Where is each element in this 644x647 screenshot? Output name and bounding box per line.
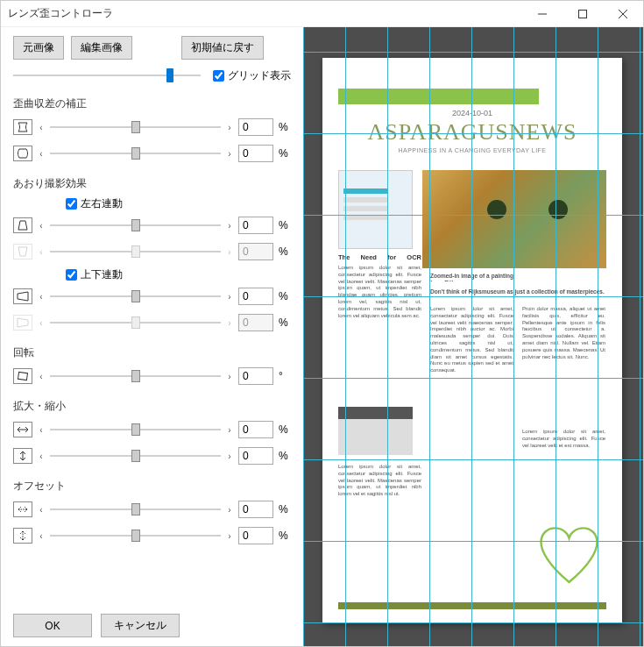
trapezoid-v-icon bbox=[13, 217, 32, 233]
edited-image-button[interactable]: 編集画像 bbox=[71, 36, 132, 60]
value-input[interactable] bbox=[238, 288, 273, 305]
preview-panel: 2024-10-01 ASPARAGUSNEWS HAPPINESS IN A … bbox=[303, 27, 643, 646]
value-input[interactable] bbox=[238, 447, 273, 465]
preview-zoom-slider[interactable] bbox=[13, 67, 201, 84]
value-input[interactable] bbox=[238, 367, 273, 385]
preview-document: 2024-10-01 ASPARAGUSNEWS HAPPINESS IN A … bbox=[322, 58, 622, 623]
offset-h-row: ‹ › % bbox=[13, 499, 291, 520]
slider[interactable] bbox=[50, 119, 221, 135]
grid-display-checkbox[interactable]: グリッド表示 bbox=[213, 68, 291, 83]
svg-rect-1 bbox=[579, 10, 587, 18]
increase-button[interactable]: › bbox=[226, 123, 233, 132]
doc-portrait-image bbox=[422, 170, 606, 268]
ud-link-checkbox[interactable]: 上下連動 bbox=[66, 267, 291, 282]
increase-button[interactable]: › bbox=[226, 531, 233, 541]
slider[interactable] bbox=[50, 501, 221, 517]
offset-v-row: ‹ › % bbox=[13, 525, 291, 546]
increase-button[interactable]: › bbox=[226, 292, 233, 302]
window: レンズ歪コントローラ 元画像 編集画像 初期値に戻す グリッド表示 bbox=[0, 0, 644, 647]
decrease-button[interactable]: ‹ bbox=[38, 451, 45, 461]
value-input[interactable] bbox=[238, 145, 273, 162]
decrease-button[interactable]: ‹ bbox=[38, 123, 45, 132]
decrease-button[interactable]: ‹ bbox=[38, 505, 45, 515]
trapezoid-h2-icon bbox=[13, 315, 32, 331]
window-title: レンズ歪コントローラ bbox=[8, 6, 522, 21]
value-input bbox=[238, 314, 273, 331]
unit-label: ° bbox=[279, 370, 291, 382]
unit-label: % bbox=[279, 121, 291, 133]
barrel-out-icon bbox=[13, 146, 32, 161]
value-input[interactable] bbox=[238, 527, 273, 544]
unit-label: % bbox=[279, 423, 291, 436]
tilt-row-1: ‹ › % bbox=[13, 215, 291, 236]
decrease-button: ‹ bbox=[38, 247, 45, 257]
slider[interactable] bbox=[50, 528, 221, 544]
slider bbox=[50, 315, 221, 331]
controls-panel: 元画像 編集画像 初期値に戻す グリッド表示 歪曲収差の補正 ‹ bbox=[1, 27, 303, 646]
titlebar: レンズ歪コントローラ bbox=[1, 1, 643, 27]
doc-date: 2024-10-01 bbox=[338, 109, 606, 117]
increase-button[interactable]: › bbox=[226, 425, 233, 435]
trapezoid-h-icon bbox=[13, 288, 32, 304]
decrease-button[interactable]: ‹ bbox=[38, 149, 45, 159]
cancel-button[interactable]: キャンセル bbox=[101, 614, 180, 637]
tilt-label: あおり撮影効果 bbox=[13, 176, 291, 191]
barrel-in-icon bbox=[13, 119, 32, 135]
increase-button[interactable]: › bbox=[226, 505, 233, 515]
scale-h-icon bbox=[13, 422, 32, 437]
doc-col-1: Lorem ipsum dolor sit amet, consectetur … bbox=[338, 265, 421, 401]
original-image-button[interactable]: 元画像 bbox=[13, 36, 64, 60]
decrease-button[interactable]: ‹ bbox=[38, 425, 45, 435]
increase-button[interactable]: › bbox=[226, 221, 233, 231]
tilt-row-3: ‹ › % bbox=[13, 286, 291, 307]
doc-screenshot-image bbox=[338, 170, 413, 249]
scale-v-row: ‹ › % bbox=[13, 445, 291, 466]
tilt-row-2: ‹ › % bbox=[13, 241, 291, 262]
unit-label: % bbox=[279, 530, 291, 542]
doc-col-1b: Lorem ipsum dolor sit amet, consectetur … bbox=[338, 464, 421, 587]
value-input[interactable] bbox=[238, 501, 273, 518]
value-input[interactable] bbox=[238, 217, 273, 234]
doc-title: ASPARAGUSNEWS bbox=[338, 119, 606, 146]
doc-banner-bottom bbox=[338, 602, 606, 609]
offset-v-icon bbox=[13, 528, 32, 544]
decrease-button[interactable]: ‹ bbox=[38, 372, 45, 381]
value-input[interactable] bbox=[238, 118, 273, 136]
slider[interactable] bbox=[50, 217, 221, 233]
scale-v-icon bbox=[13, 448, 32, 464]
unit-label: % bbox=[279, 316, 291, 329]
decrease-button[interactable]: ‹ bbox=[38, 531, 45, 541]
decrease-button[interactable]: ‹ bbox=[38, 221, 45, 231]
slider[interactable] bbox=[50, 288, 221, 304]
reset-defaults-button[interactable]: 初期値に戻す bbox=[181, 36, 264, 60]
slider[interactable] bbox=[50, 448, 221, 464]
unit-label: % bbox=[279, 290, 291, 302]
increase-button[interactable]: › bbox=[226, 451, 233, 461]
doc-banner bbox=[338, 89, 539, 104]
slider[interactable] bbox=[50, 422, 221, 437]
unit-label: % bbox=[279, 147, 291, 160]
doc-heart-image bbox=[532, 523, 606, 593]
decrease-button[interactable]: ‹ bbox=[38, 292, 45, 302]
doc-subtitle: HAPPINESS IN A CHANGING EVERYDAY LIFE bbox=[338, 147, 606, 153]
unit-label: % bbox=[279, 450, 291, 462]
rotate-icon bbox=[13, 368, 32, 384]
value-input[interactable] bbox=[238, 421, 273, 438]
offset-label: オフセット bbox=[13, 479, 291, 494]
increase-button[interactable]: › bbox=[226, 149, 233, 159]
slider[interactable] bbox=[50, 146, 221, 161]
rotation-label: 回転 bbox=[13, 345, 291, 360]
offset-h-icon bbox=[13, 501, 32, 517]
distortion-row-1: ‹ › % bbox=[13, 117, 291, 138]
close-button[interactable] bbox=[603, 1, 643, 27]
unit-label: % bbox=[279, 503, 291, 515]
minimize-button[interactable] bbox=[522, 1, 563, 27]
content: 元画像 編集画像 初期値に戻す グリッド表示 歪曲収差の補正 ‹ bbox=[1, 27, 643, 646]
ok-button[interactable]: OK bbox=[13, 614, 92, 637]
scale-h-row: ‹ › % bbox=[13, 419, 291, 440]
maximize-button[interactable] bbox=[563, 1, 603, 27]
increase-button[interactable]: › bbox=[226, 372, 233, 381]
scale-label: 拡大・縮小 bbox=[13, 399, 291, 414]
lr-link-checkbox[interactable]: 左右連動 bbox=[66, 196, 291, 211]
slider[interactable] bbox=[50, 368, 221, 384]
